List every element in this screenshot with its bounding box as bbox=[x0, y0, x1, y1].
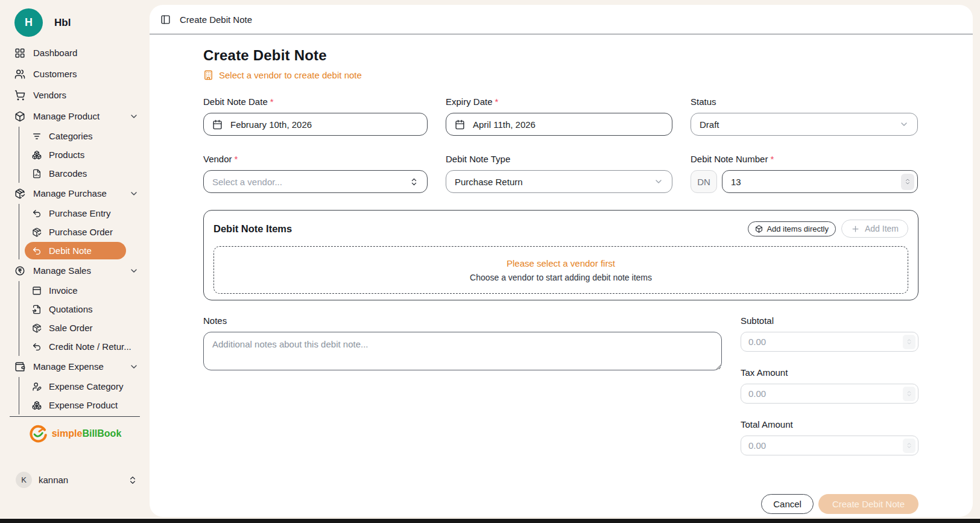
chevron-down-icon bbox=[899, 119, 909, 129]
sidebar-item-purchase-entry[interactable]: Purchase Entry bbox=[19, 204, 150, 223]
notes-label: Notes bbox=[203, 315, 722, 326]
total-stepper[interactable] bbox=[903, 439, 915, 453]
sidebar-subgroup-manage-expense: Expense CategoryExpense Product bbox=[19, 377, 150, 414]
calendar-icon bbox=[212, 119, 223, 130]
expiry-date-input[interactable]: April 11th, 2026 bbox=[446, 113, 672, 136]
debit-note-number-prefix: DN bbox=[691, 170, 717, 193]
sidebar-item-vendors[interactable]: Vendors bbox=[0, 84, 150, 106]
subtotal-input[interactable] bbox=[741, 332, 918, 352]
bottom-strip bbox=[0, 519, 980, 523]
status-label: Status bbox=[691, 97, 918, 107]
brand: H Hbl bbox=[14, 8, 71, 37]
form-content: Create Debit Note Select a vendor to cre… bbox=[150, 34, 973, 514]
file-input-icon bbox=[32, 305, 42, 314]
file-bars-icon bbox=[32, 169, 42, 179]
debit-note-type-select[interactable]: Purchase Return bbox=[446, 170, 672, 193]
building-icon bbox=[203, 70, 213, 80]
logo-icon bbox=[28, 423, 48, 443]
sidebar-toggle-icon[interactable] bbox=[160, 14, 171, 25]
layout-grid-icon bbox=[14, 48, 25, 59]
page-subtitle: Select a vendor to create debit note bbox=[203, 70, 918, 80]
vendor-label: Vendor* bbox=[203, 154, 428, 164]
items-empty-subtitle: Choose a vendor to start adding debit no… bbox=[470, 273, 652, 282]
user-pen-icon bbox=[32, 382, 42, 391]
sidebar-item-categories[interactable]: Categories bbox=[19, 127, 150, 145]
debit-note-date-input[interactable]: February 10th, 2026 bbox=[203, 113, 428, 136]
package-icon bbox=[755, 225, 763, 233]
total-amount-input[interactable] bbox=[741, 436, 918, 455]
debit-note-number-label: Debit Note Number* bbox=[691, 154, 918, 164]
items-empty-title: Please select a vendor first bbox=[507, 258, 615, 268]
package-check-icon bbox=[14, 188, 25, 199]
add-item-button[interactable]: Add Item bbox=[841, 220, 908, 238]
sidebar-item-label: Purchase Order bbox=[49, 227, 113, 237]
sidebar-item-sale-order[interactable]: Sale Order bbox=[19, 319, 150, 337]
chevron-down-icon bbox=[129, 189, 139, 198]
sidebar-item-label: Expense Product bbox=[49, 400, 118, 410]
required-asterisk: * bbox=[495, 97, 499, 107]
sidebar-item-label: Debit Note bbox=[49, 246, 92, 256]
sidebar-item-manage-sales[interactable]: Manage Sales bbox=[0, 260, 150, 281]
sidebar-item-label: Manage Product bbox=[33, 111, 100, 121]
sidebar-item-invoice[interactable]: Invoice bbox=[19, 281, 150, 300]
vendor-select[interactable]: Select a vendor... bbox=[203, 170, 428, 193]
topbar: Create Debit Note bbox=[150, 5, 973, 34]
circle-rupee-icon bbox=[14, 265, 25, 276]
user-menu[interactable]: K kannan bbox=[16, 472, 138, 488]
undo-icon bbox=[32, 246, 42, 256]
items-empty-state: Please select a vendor first Choose a ve… bbox=[213, 246, 908, 294]
stepper-arrows-icon bbox=[906, 390, 912, 397]
plus-icon bbox=[851, 224, 860, 233]
sidebar: H Hbl DashboardCustomersVendorsManage Pr… bbox=[0, 0, 150, 523]
subtotal-stepper[interactable] bbox=[903, 335, 915, 349]
sidebar-item-manage-product[interactable]: Manage Product bbox=[0, 106, 150, 127]
status-value: Draft bbox=[700, 119, 719, 130]
number-stepper[interactable] bbox=[901, 174, 914, 190]
debit-note-date-label: Debit Note Date* bbox=[203, 97, 428, 107]
sidebar-item-label: Manage Expense bbox=[33, 361, 104, 372]
subtotal-label: Subtotal bbox=[741, 315, 918, 326]
chevron-down-icon bbox=[129, 362, 139, 372]
items-section-title: Debit Note Items bbox=[213, 223, 292, 235]
total-amount-field: Total Amount bbox=[741, 419, 918, 455]
add-items-directly-button[interactable]: Add items directly bbox=[748, 221, 836, 236]
user-name: kannan bbox=[39, 475, 68, 485]
sidebar-item-label: Dashboard bbox=[33, 48, 77, 58]
sidebar-item-expense-category[interactable]: Expense Category bbox=[19, 377, 150, 396]
notes-textarea[interactable] bbox=[203, 332, 722, 370]
debit-note-type-field: Debit Note Type Purchase Return bbox=[446, 154, 672, 193]
sidebar-item-products[interactable]: Products bbox=[19, 145, 150, 164]
calendar-icon bbox=[455, 119, 465, 130]
sidebar-item-label: Invoice bbox=[49, 285, 78, 296]
package-check-icon bbox=[32, 227, 42, 237]
debit-note-number-input[interactable] bbox=[722, 170, 918, 193]
status-select[interactable]: Draft bbox=[691, 113, 918, 136]
create-debit-note-button[interactable]: Create Debit Note bbox=[818, 494, 918, 514]
sidebar-item-dashboard[interactable]: Dashboard bbox=[0, 42, 150, 63]
vendor-field: Vendor* Select a vendor... bbox=[203, 154, 428, 193]
sidebar-item-manage-purchase[interactable]: Manage Purchase bbox=[0, 183, 150, 204]
topbar-title: Create Debit Note bbox=[180, 14, 252, 25]
sidebar-item-credit-note-retur[interactable]: Credit Note / Retur... bbox=[19, 337, 150, 356]
sidebar-item-barcodes[interactable]: Barcodes bbox=[19, 164, 150, 183]
tax-amount-input[interactable] bbox=[741, 384, 918, 404]
brand-avatar: H bbox=[14, 8, 43, 37]
sidebar-item-quotations[interactable]: Quotations bbox=[19, 300, 150, 319]
package-icon bbox=[14, 111, 25, 122]
debit-note-date-value: February 10th, 2026 bbox=[230, 119, 312, 130]
users-icon bbox=[14, 69, 25, 80]
debit-note-date-field: Debit Note Date* February 10th, 2026 bbox=[203, 97, 428, 136]
sidebar-item-debit-note[interactable]: Debit Note bbox=[25, 242, 126, 259]
cancel-button[interactable]: Cancel bbox=[761, 494, 814, 514]
sidebar-subgroup-manage-product: CategoriesProductsBarcodes bbox=[19, 127, 150, 183]
form-grid: Debit Note Date* February 10th, 2026 Exp… bbox=[203, 97, 918, 193]
notes-field: Notes bbox=[203, 315, 722, 471]
shopping-cart-icon bbox=[14, 90, 25, 101]
sidebar-item-purchase-order[interactable]: Purchase Order bbox=[19, 223, 150, 241]
tax-stepper[interactable] bbox=[903, 387, 915, 401]
sidebar-item-expense-product[interactable]: Expense Product bbox=[19, 396, 150, 414]
sidebar-item-manage-expense[interactable]: Manage Expense bbox=[0, 356, 150, 377]
sidebar-item-label: Manage Purchase bbox=[33, 188, 107, 198]
required-asterisk: * bbox=[235, 154, 238, 164]
sidebar-item-customers[interactable]: Customers bbox=[0, 63, 150, 84]
